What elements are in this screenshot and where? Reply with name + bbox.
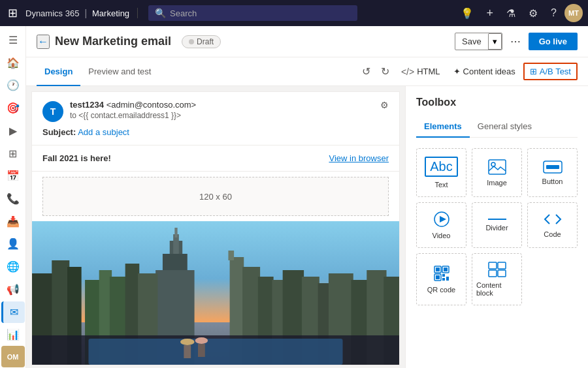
email-sender-avatar: T <box>42 101 63 122</box>
email-from: T test1234 <admin@contoso.com> to <{{ co… <box>42 100 389 122</box>
redo-button[interactable]: ↻ <box>377 63 393 80</box>
status-dot <box>189 39 194 44</box>
email-logo-placeholder[interactable]: 120 x 60 <box>42 177 389 216</box>
toolbox-grid: Abc Text Image <box>416 148 578 305</box>
sidebar-item-analytics[interactable]: 📊 <box>1 324 25 346</box>
image-tool-icon <box>488 159 506 175</box>
sidebar-item-segments[interactable]: ⊞ <box>1 143 25 164</box>
svg-rect-51 <box>498 270 506 277</box>
svg-rect-33 <box>489 160 506 174</box>
back-button[interactable]: ← <box>37 35 50 49</box>
sidebar: ☰ 🏠 🕐 🎯 ▶ ⊞ 📅 📞 📥 👤 🌐 📢 ✉ 📊 OM <box>0 26 26 368</box>
tool-code[interactable]: Code <box>527 202 578 248</box>
tool-image[interactable]: Image <box>472 148 522 197</box>
body-split: T test1234 <admin@contoso.com> to <{{ co… <box>26 86 588 368</box>
video-tool-icon <box>433 211 450 228</box>
sidebar-item-menu[interactable]: ☰ <box>1 29 25 51</box>
svg-rect-43 <box>444 268 448 271</box>
sidebar-item-globe[interactable]: 🌐 <box>1 256 25 277</box>
svg-point-34 <box>491 162 495 166</box>
save-button[interactable]: Save <box>455 34 488 49</box>
email-hero-image[interactable] <box>32 221 399 365</box>
svg-rect-36 <box>546 165 559 169</box>
video-tool-label: Video <box>433 232 451 239</box>
content-block-tool-icon <box>488 262 506 277</box>
svg-rect-32 <box>198 344 205 357</box>
save-split-button[interactable]: ▾ <box>489 33 502 50</box>
email-canvas: T test1234 <admin@contoso.com> to <{{ co… <box>26 86 405 368</box>
svg-rect-48 <box>489 262 497 269</box>
qrcode-tool-label: QR code <box>427 286 455 294</box>
tab-bar: Design Preview and test ↺ ↻ </> HTML ✦ C… <box>26 57 588 86</box>
content-ideas-button[interactable]: ✦ Content ideas <box>448 64 521 79</box>
more-options-button[interactable]: ⋯ <box>505 33 526 50</box>
tool-qrcode[interactable]: QR code <box>416 253 466 305</box>
sidebar-item-targeting[interactable]: 🎯 <box>1 97 25 119</box>
email-meta: test1234 <admin@contoso.com> to <{{ cont… <box>70 100 374 120</box>
lightbulb-icon[interactable]: 💡 <box>455 3 479 23</box>
svg-rect-46 <box>446 277 449 281</box>
help-icon[interactable]: ? <box>546 3 562 23</box>
header-actions: Save ▾ ⋯ Go live <box>455 33 578 50</box>
sidebar-item-email[interactable]: ✉ <box>1 301 25 323</box>
toolbox-tab-general-styles[interactable]: General styles <box>470 116 540 138</box>
toolbox-panel: Toolbox Elements General styles Abc Text <box>405 86 588 368</box>
tab-actions: ↺ ↻ </> HTML ✦ Content ideas ⊞ A/B Test <box>358 63 578 80</box>
email-header: T test1234 <admin@contoso.com> to <{{ co… <box>31 91 400 146</box>
view-in-browser-link[interactable]: View in browser <box>329 153 389 163</box>
button-tool-label: Button <box>542 177 563 185</box>
search-input[interactable] <box>170 8 351 18</box>
brand-name: Dynamics 365 <box>25 8 79 18</box>
code-tool-label: Code <box>544 230 561 238</box>
filter-icon[interactable]: ⚗ <box>501 3 521 23</box>
sender-name: test1234 <box>70 100 104 110</box>
page-title: New Marketing email <box>55 35 171 48</box>
ab-test-icon: ⊞ <box>530 67 537 76</box>
undo-button[interactable]: ↺ <box>358 63 374 80</box>
svg-rect-47 <box>442 278 445 281</box>
image-tool-label: Image <box>487 179 507 187</box>
tool-video[interactable]: Video <box>416 202 466 248</box>
tab-design[interactable]: Design <box>37 57 80 86</box>
avatar[interactable]: MT <box>564 4 583 22</box>
status-text: Draft <box>197 37 214 46</box>
waffle-icon[interactable]: ⊞ <box>5 3 20 23</box>
sidebar-item-inbox[interactable]: 📥 <box>1 211 25 232</box>
sidebar-item-history[interactable]: 🕐 <box>1 74 25 96</box>
nav-icons: 💡 + ⚗ ⚙ ? MT <box>455 3 583 24</box>
search-box[interactable]: 🔍 <box>148 5 357 21</box>
toolbox-title: Toolbox <box>416 97 578 108</box>
svg-rect-7 <box>174 228 177 238</box>
add-subject-link[interactable]: Add a subject <box>78 127 129 137</box>
sidebar-item-om[interactable]: OM <box>1 346 25 367</box>
email-body-title: Fall 2021 is here! <box>42 153 111 163</box>
tool-button[interactable]: Button <box>527 148 578 197</box>
html-button[interactable]: </> HTML <box>396 64 446 80</box>
plus-icon[interactable]: + <box>482 3 499 24</box>
tool-text[interactable]: Abc Text <box>416 148 466 197</box>
email-settings-icon[interactable]: ⚙ <box>380 100 389 110</box>
sidebar-item-phone[interactable]: 📞 <box>1 188 25 209</box>
email-subject: Subject: Add a subject <box>42 127 389 137</box>
sidebar-item-home[interactable]: 🏠 <box>1 52 25 74</box>
brand-area: Dynamics 365 | Marketing <box>25 8 138 18</box>
email-from-line: test1234 <admin@contoso.com> <box>70 100 374 110</box>
tool-content-block[interactable]: Content block <box>472 253 522 305</box>
page-header: ← New Marketing email Draft Save ▾ ⋯ Go … <box>26 26 588 57</box>
text-tool-icon: Abc <box>425 157 457 177</box>
settings-icon[interactable]: ⚙ <box>523 3 543 23</box>
sidebar-item-marketing[interactable]: 📢 <box>1 279 25 300</box>
sidebar-item-contacts[interactable]: 👤 <box>1 234 25 255</box>
ab-test-button[interactable]: ⊞ A/B Test <box>523 63 578 80</box>
sidebar-item-play[interactable]: ▶ <box>1 120 25 142</box>
svg-rect-16 <box>228 251 234 260</box>
sidebar-item-calendar[interactable]: 📅 <box>1 165 25 187</box>
email-to-line: to <{{ contact.emailaddress1 }}> <box>70 111 374 120</box>
golive-button[interactable]: Go live <box>529 33 578 50</box>
toolbox-tab-elements[interactable]: Elements <box>416 116 470 138</box>
main-layout: ☰ 🏠 🕐 🎯 ▶ ⊞ 📅 📞 📥 👤 🌐 📢 ✉ 📊 OM ← New Mar… <box>0 26 588 368</box>
tab-preview[interactable]: Preview and test <box>80 57 159 86</box>
text-tool-label: Text <box>434 181 448 189</box>
tool-divider[interactable]: Divider <box>472 202 522 248</box>
svg-rect-28 <box>88 339 342 365</box>
